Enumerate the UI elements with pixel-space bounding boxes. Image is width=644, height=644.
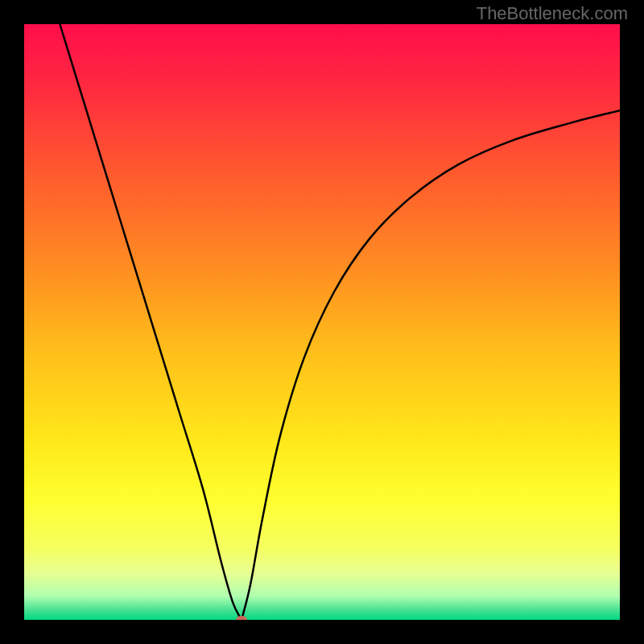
chart-container: TheBottleneck.com bbox=[0, 0, 644, 644]
curve-overlay bbox=[24, 24, 620, 620]
watermark-text: TheBottleneck.com bbox=[477, 3, 628, 24]
bottleneck-curve-right bbox=[242, 110, 620, 620]
plot-area bbox=[24, 24, 620, 620]
minimum-marker bbox=[236, 616, 247, 620]
bottleneck-curve-left bbox=[60, 24, 242, 620]
